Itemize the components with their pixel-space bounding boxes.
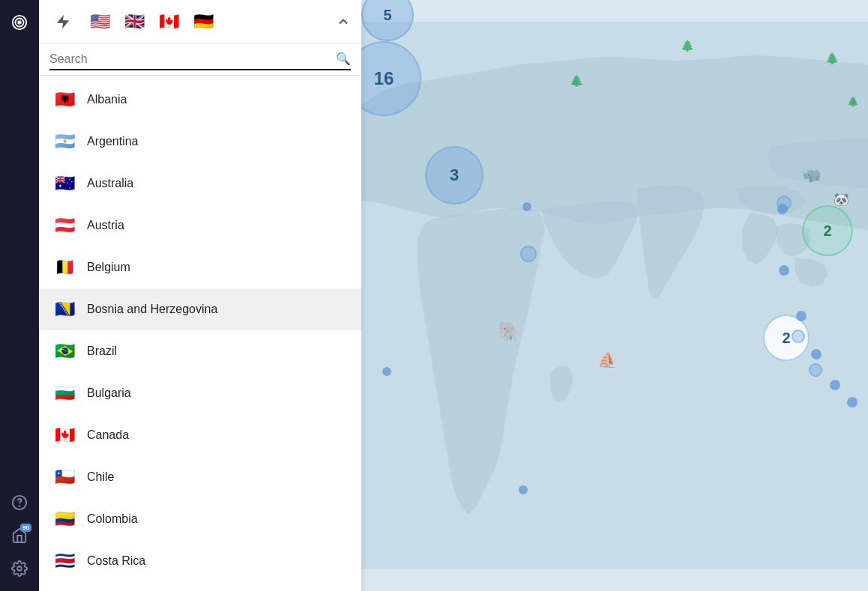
- country-flag: 🇨🇱: [51, 464, 78, 491]
- country-item[interactable]: 🇨🇷 Costa Rica: [39, 540, 361, 582]
- country-name: Costa Rica: [87, 554, 145, 568]
- badge-label: 90: [20, 524, 31, 532]
- settings-icon[interactable]: [6, 555, 33, 582]
- country-name: Bulgaria: [87, 387, 131, 400]
- country-flag: 🇨🇦: [51, 422, 78, 449]
- bubble-3[interactable]: 3: [425, 146, 483, 204]
- country-name: Brazil: [87, 345, 117, 358]
- dot-7: [830, 380, 840, 390]
- country-name: Belgium: [87, 261, 130, 274]
- dot-6: [811, 349, 822, 360]
- small-bubble-1: [520, 246, 537, 262]
- country-item[interactable]: 🇧🇪 Belgium: [39, 246, 361, 288]
- country-item[interactable]: 🇧🇦 Bosnia and Herzegovina: [39, 288, 361, 330]
- small-bubble-4: [809, 363, 822, 377]
- map-bubbles: 5 16 3 2 2: [361, 0, 868, 591]
- sidebar: 90: [0, 0, 39, 591]
- country-panel: 🇺🇸 🇬🇧 🇨🇦 🇩🇪 🔍 🇦🇱 Albania 🇦🇷 Argentina 🇦🇺…: [39, 0, 361, 591]
- top-bar: 🇺🇸 🇬🇧 🇨🇦 🇩🇪: [39, 0, 361, 44]
- flag-us[interactable]: 🇺🇸: [85, 7, 114, 36]
- search-container: 🔍: [39, 44, 361, 76]
- country-name: Bosnia and Herzegovina: [87, 303, 217, 316]
- country-flag: 🇦🇺: [51, 170, 78, 197]
- country-item[interactable]: 🇧🇷 Brazil: [39, 330, 361, 372]
- country-item[interactable]: 🇨🇱 Chile: [39, 456, 361, 498]
- country-item[interactable]: 🇦🇺 Australia: [39, 163, 361, 204]
- small-bubble-3: [792, 330, 805, 343]
- dot-8: [847, 397, 858, 407]
- country-flag: 🇧🇪: [51, 254, 78, 281]
- country-flag: 🇨🇷: [51, 548, 78, 575]
- country-flag: 🇨🇴: [51, 506, 78, 533]
- country-item[interactable]: 🇧🇬 Bulgaria: [39, 372, 361, 414]
- country-item[interactable]: 🇦🇹 Austria: [39, 204, 361, 246]
- country-name: Chile: [87, 470, 114, 484]
- country-name: Argentina: [87, 135, 139, 148]
- svg-point-5: [17, 566, 22, 571]
- country-flag: 🇦🇱: [51, 86, 78, 113]
- map-area: 🐘 ⛵ 🌲 🌲 🌲 🌲 🦏 🐼 5 16 3 2 2: [361, 0, 868, 591]
- dot-4: [779, 265, 789, 276]
- dot-10: [519, 485, 528, 494]
- country-flag: 🇦🇹: [51, 212, 78, 239]
- svg-point-4: [19, 506, 20, 506]
- dot-1: [382, 367, 391, 376]
- lightning-button[interactable]: [49, 8, 76, 35]
- bubble-5[interactable]: 5: [361, 0, 414, 41]
- flag-ca[interactable]: 🇨🇦: [154, 7, 183, 36]
- svg-point-2: [18, 21, 21, 24]
- bubble-16[interactable]: 16: [361, 41, 421, 116]
- collapse-button[interactable]: [336, 14, 351, 29]
- question-icon[interactable]: [6, 489, 33, 516]
- bubble-green-2[interactable]: 2: [802, 205, 853, 256]
- country-item[interactable]: 🇦🇱 Albania: [39, 79, 361, 121]
- target-icon[interactable]: [6, 9, 33, 36]
- search-icon: 🔍: [336, 52, 351, 66]
- country-name: Canada: [87, 428, 129, 442]
- country-item[interactable]: 🇨🇴 Colombia: [39, 498, 361, 540]
- small-bubble-2: [777, 196, 792, 210]
- dot-5: [796, 311, 807, 321]
- country-item[interactable]: 🇨🇦 Canada: [39, 414, 361, 456]
- country-name: Colombia: [87, 512, 138, 526]
- search-input[interactable]: [49, 52, 336, 66]
- home-network-icon[interactable]: 90: [6, 522, 33, 549]
- country-flag: 🇦🇷: [51, 128, 78, 155]
- country-flag: 🇧🇷: [51, 338, 78, 365]
- country-list: 🇦🇱 Albania 🇦🇷 Argentina 🇦🇺 Australia 🇦🇹 …: [39, 76, 361, 591]
- country-flag: 🇧🇦: [51, 296, 78, 323]
- country-name: Albania: [87, 93, 127, 106]
- flag-de[interactable]: 🇩🇪: [189, 7, 217, 36]
- flag-gb[interactable]: 🇬🇧: [120, 7, 148, 36]
- country-flag: 🇧🇬: [51, 380, 78, 407]
- search-box: 🔍: [49, 52, 351, 70]
- svg-marker-6: [57, 15, 70, 28]
- country-name: Australia: [87, 177, 133, 190]
- country-item[interactable]: 🇦🇷 Argentina: [39, 121, 361, 163]
- country-name: Austria: [87, 219, 124, 232]
- dot-2: [522, 202, 531, 211]
